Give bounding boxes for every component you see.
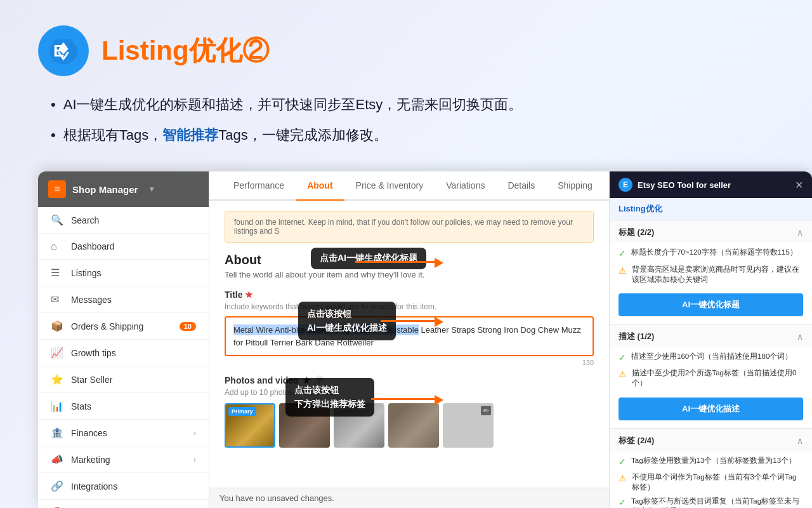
sidebar-item-label: Integrations <box>71 481 117 491</box>
bullet-item-1: AI一键生成优化的标题和描述，并可快速同步至Etsy，无需来回切换页面。 <box>51 95 774 114</box>
check-warn-icon: ⚠ <box>619 472 627 485</box>
dog-image-4 <box>388 403 439 448</box>
photo-4[interactable] <box>388 403 439 448</box>
sidebar-item-label: Listings <box>71 268 101 278</box>
tab-settings[interactable]: ⚙ Setti... <box>606 171 609 199</box>
check-item-2: ⚠ 背景高亮区域是卖家浏览商品时可见内容，建议在该区域添加核心关键词 <box>619 264 803 284</box>
sidebar-item-messages[interactable]: ✉ Messages <box>38 286 209 313</box>
photo-3[interactable] <box>334 403 384 448</box>
check-ok-icon: ✓ <box>619 248 626 260</box>
sidebar-item-finances[interactable]: 🏦 Finances › <box>38 420 209 446</box>
tab-shipping[interactable]: Shipping <box>546 171 604 199</box>
close-icon[interactable]: ✕ <box>795 179 803 191</box>
sidebar-item-dashboard[interactable]: ⌂ Dashboard <box>38 234 209 260</box>
tab-performance[interactable]: Performance <box>222 171 296 199</box>
tab-details[interactable]: Details <box>496 171 546 199</box>
logo-title-row: E Listing优化② <box>38 25 774 76</box>
seo-subtitle: Listing优化 <box>610 198 812 220</box>
sidebar-item-label: Orders & Shipping <box>71 321 143 331</box>
check-item-1: ✓ 标题长度介于70~120字符（当前标题字符数115） <box>619 247 803 260</box>
info-icon: ? <box>315 375 325 385</box>
edit-badge: ✏ <box>481 406 491 415</box>
page-title: Listing优化② <box>102 33 269 69</box>
dog-image-3 <box>334 403 384 448</box>
bullet-item-2: 根据现有Tags，智能推荐Tags，一键完成添加修改。 <box>51 126 774 145</box>
required-indicator: ★ <box>245 290 253 300</box>
tab-about[interactable]: About <box>296 171 344 199</box>
seo-title-section: 标题 (2/2) ∧ ✓ 标题长度介于70~120字符（当前标题字符数115） … <box>610 220 812 324</box>
seo-tags-content: ✓ Tag标签使用数量为13个（当前标签数量为13个） ⚠ 不使用单个词作为Ta… <box>610 451 812 508</box>
char-count: 130 <box>225 359 594 366</box>
top-section: E Listing优化② AI一键生成优化的标题和描述，并可快速同步至Etsy，… <box>0 0 812 175</box>
seo-header: E Etsy SEO Tool for seller ✕ <box>610 171 812 198</box>
dog-image-2 <box>279 403 330 448</box>
sidebar-item-label: Marketing <box>71 455 110 465</box>
main-content: Performance About Price & Inventory Vari… <box>209 171 609 508</box>
tab-variations[interactable]: Variations <box>435 171 496 199</box>
title-input[interactable]: Metal Wire Anti-bite Basket Dog Muzzle A… <box>225 316 594 356</box>
about-title: About <box>225 253 594 267</box>
tab-price-inventory[interactable]: Price & Inventory <box>344 171 435 199</box>
sidebar-item-marketing[interactable]: 📣 Marketing › <box>38 446 209 473</box>
growth-icon: 📈 <box>51 347 63 359</box>
dashboard-icon: ⌂ <box>51 241 63 252</box>
check-item-6: ⚠ 不使用单个词作为Tag标签（当前有3个单个词Tag标签） <box>619 472 803 492</box>
seo-title-header: 标题 (2/2) ∧ <box>610 220 812 243</box>
nav-tabs: Performance About Price & Inventory Vari… <box>209 171 609 201</box>
check-ok-icon: ✓ <box>619 497 626 508</box>
unsaved-bar: You have no unsaved changes. <box>209 488 609 508</box>
collapse-icon[interactable]: ∧ <box>797 331 803 342</box>
check-warn-icon: ⚠ <box>619 265 627 277</box>
sidebar-item-integrations[interactable]: 🔗 Integrations <box>38 473 209 500</box>
seo-header-left: E Etsy SEO Tool for seller <box>619 178 731 192</box>
check-warn-icon: ⚠ <box>619 368 627 381</box>
collapse-icon[interactable]: ∧ <box>797 227 803 237</box>
seo-desc-label: 描述 (1/2) <box>619 331 654 342</box>
seo-title-content: ✓ 标题长度介于70~120字符（当前标题字符数115） ⚠ 背景高亮区域是卖家… <box>610 243 812 324</box>
orders-badge: 10 <box>180 322 196 331</box>
photos-section: Photos and video ★ ? Add up to 10 photos… <box>225 375 594 448</box>
sidebar-item-listings[interactable]: ☰ Listings <box>38 260 209 286</box>
ai-optimize-desc-button[interactable]: AI一键优化描述 <box>619 398 803 420</box>
sidebar-item-search[interactable]: 🔍 Search <box>38 207 209 234</box>
sidebar-header: ≡ Shop Manager ▼ <box>38 171 209 207</box>
sidebar-item-label: Messages <box>71 295 112 305</box>
highlighted-text: Metal Wire Anti-bite Basket Dog Muzzle A… <box>233 324 419 335</box>
check-item-5: ✓ Tag标签使用数量为13个（当前标签数量为13个） <box>619 455 803 469</box>
photo-5[interactable]: ✏ <box>443 403 494 448</box>
required-star: ★ <box>303 375 311 385</box>
finances-icon: 🏦 <box>51 427 63 439</box>
check-item-7: ✓ Tag标签不与所选类目词重复（当前Tag标签至未与所选类目词重复） <box>619 496 803 508</box>
logo-circle: E <box>38 25 89 76</box>
seo-body: 标题 (2/2) ∧ ✓ 标题长度介于70~120字符（当前标题字符数115） … <box>610 220 812 508</box>
orders-icon: 📦 <box>51 320 63 332</box>
ai-optimize-title-button[interactable]: AI一键优化标题 <box>619 293 803 316</box>
browser-container: ≡ Shop Manager ▼ 🔍 Search ⌂ Dashboard ☰ … <box>38 171 812 508</box>
photo-2[interactable] <box>279 403 330 448</box>
seo-tags-label: 标签 (2/4) <box>619 435 654 446</box>
seo-desc-section: 描述 (1/2) ∧ ✓ 描述至少使用160个词（当前描述使用180个词） ⚠ … <box>610 324 812 429</box>
sidebar-item-label: Dashboard <box>71 241 115 251</box>
seo-title-label: 标题 (2/2) <box>619 227 654 238</box>
sidebar-item-label: Growth tips <box>71 348 116 358</box>
sidebar-item-star-seller[interactable]: ⭐ Star Seller <box>38 366 209 393</box>
svg-text:E: E <box>53 41 64 60</box>
search-icon: 🔍 <box>51 214 63 226</box>
photo-1[interactable]: Primary <box>225 403 275 448</box>
seo-panel: E Etsy SEO Tool for seller ✕ Listing优化 标… <box>609 171 812 508</box>
check-item-3: ✓ 描述至少使用160个词（当前描述使用180个词） <box>619 351 803 364</box>
sidebar-item-growth[interactable]: 📈 Growth tips <box>38 340 209 366</box>
chevron-right-icon: › <box>193 455 196 464</box>
sidebar-header-title: Shop Manager <box>72 184 138 195</box>
sidebar-item-label: Finances <box>71 428 107 438</box>
sidebar-item-orders[interactable]: 📦 Orders & Shipping 10 <box>38 313 209 340</box>
sidebar-item-stats[interactable]: 📊 Stats <box>38 393 209 420</box>
listings-icon: ☰ <box>51 267 63 279</box>
sidebar-item-help[interactable]: ❓ Help › <box>38 500 209 508</box>
photos-label: Photos and video ★ ? <box>225 375 594 385</box>
star-icon: ⭐ <box>51 373 63 385</box>
title-field-label: Title ★ <box>225 290 594 300</box>
collapse-icon[interactable]: ∧ <box>797 436 803 446</box>
seo-tags-section: 标签 (2/4) ∧ ✓ Tag标签使用数量为13个（当前标签数量为13个） ⚠… <box>610 429 812 508</box>
check-item-4: ⚠ 描述中至少使用2个所选Tag标签（当前描述使用0个） <box>619 368 803 388</box>
